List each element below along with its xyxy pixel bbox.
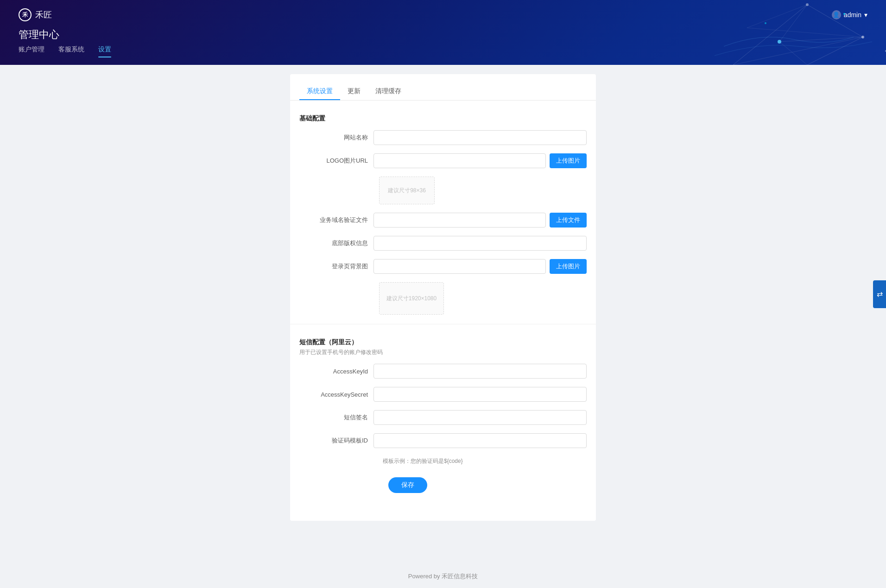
- footer: Powered by 禾匠信息科技: [0, 565, 886, 588]
- save-button-row: 保存: [290, 473, 596, 512]
- basic-config-title: 基础配置: [290, 110, 596, 130]
- label-logo-url: LOGO图片URL: [299, 157, 373, 165]
- nav-item-customer-service[interactable]: 客服系统: [58, 45, 84, 57]
- tab-clear-cache[interactable]: 清理缓存: [368, 83, 409, 100]
- right-widget[interactable]: ⇄: [873, 280, 886, 308]
- svg-line-8: [747, 28, 863, 37]
- form-row-verify-template: 验证码模板ID: [290, 433, 596, 448]
- logo-text: 禾匠: [35, 9, 52, 20]
- control-footer-copyright: [373, 236, 587, 251]
- label-site-name: 网站名称: [299, 133, 373, 142]
- form-row-footer-copyright: 底部版权信息: [290, 236, 596, 251]
- control-verify-template: [373, 433, 587, 448]
- svg-point-11: [861, 36, 864, 38]
- header: 禾 禾匠 👤 admin ▾ 管理中心 账户管理 客服系统 设置: [0, 0, 886, 65]
- nav-bar: 账户管理 客服系统 设置: [19, 42, 867, 57]
- control-access-key-secret: [373, 387, 587, 402]
- nav-item-settings[interactable]: 设置: [98, 45, 111, 57]
- input-access-key-id[interactable]: [373, 364, 587, 379]
- bg-image-placeholder: 建议尺寸1920×1080: [379, 282, 444, 315]
- input-access-key-secret[interactable]: [373, 387, 587, 402]
- bg-placeholder-text: 建议尺寸1920×1080: [386, 295, 437, 303]
- control-login-bg: 上传图片: [373, 259, 587, 274]
- logo-placeholder-text: 建议尺寸98×36: [388, 187, 426, 195]
- logo-icon: 禾: [19, 8, 32, 21]
- tab-update[interactable]: 更新: [340, 83, 368, 100]
- btn-upload-login-bg[interactable]: 上传图片: [550, 259, 587, 274]
- svg-point-13: [765, 22, 766, 24]
- right-widget-icon: ⇄: [877, 290, 883, 298]
- input-domain-verify[interactable]: [373, 213, 546, 228]
- footer-text: Powered by 禾匠信息科技: [408, 573, 478, 580]
- input-verify-template[interactable]: [373, 433, 587, 448]
- input-site-name[interactable]: [373, 130, 587, 145]
- control-access-key-id: [373, 364, 587, 379]
- form-row-sms-signature: 短信签名: [290, 410, 596, 425]
- input-footer-copyright[interactable]: [373, 236, 587, 251]
- svg-point-12: [843, 13, 845, 15]
- btn-upload-logo[interactable]: 上传图片: [550, 153, 587, 168]
- control-domain-verify: 上传文件: [373, 213, 587, 228]
- section-divider: [290, 324, 596, 324]
- input-sms-signature[interactable]: [373, 410, 587, 425]
- form-row-access-key-secret: AccessKeySecret: [290, 387, 596, 402]
- label-access-key-secret: AccessKeySecret: [299, 391, 373, 398]
- label-verify-template: 验证码模板ID: [299, 436, 373, 445]
- tabs: 系统设置 更新 清理缓存: [290, 83, 596, 101]
- svg-point-9: [806, 3, 809, 6]
- form-row-access-key-id: AccessKeyId: [290, 364, 596, 379]
- input-logo-url[interactable]: [373, 153, 546, 168]
- bg-image-preview-row: 建议尺寸1920×1080: [290, 282, 596, 315]
- main-panel: 系统设置 更新 清理缓存 基础配置 网站名称 LOGO图片URL 上传图片 建议…: [290, 74, 596, 521]
- template-hint-text: 模板示例：您的验证码是${code}: [379, 458, 463, 464]
- nav-item-accounts[interactable]: 账户管理: [19, 45, 44, 57]
- tab-system-settings[interactable]: 系统设置: [299, 83, 340, 100]
- label-access-key-id: AccessKeyId: [299, 368, 373, 375]
- content-area: 系统设置 更新 清理缓存 基础配置 网站名称 LOGO图片URL 上传图片 建议…: [0, 65, 886, 565]
- label-footer-copyright: 底部版权信息: [299, 239, 373, 247]
- form-row-login-bg: 登录页背景图 上传图片: [290, 259, 596, 274]
- sms-config-title: 短信配置（阿里云）: [290, 334, 596, 348]
- logo-image-placeholder: 建议尺寸98×36: [379, 177, 435, 204]
- save-button[interactable]: 保存: [388, 477, 427, 493]
- template-hint-row: 模板示例：您的验证码是${code}: [290, 456, 596, 465]
- svg-line-1: [807, 5, 863, 37]
- btn-upload-domain-verify[interactable]: 上传文件: [550, 213, 587, 228]
- svg-line-5: [779, 37, 863, 42]
- svg-line-7: [747, 5, 807, 28]
- form-row-domain-verify: 业务域名验证文件 上传文件: [290, 213, 596, 228]
- label-sms-signature: 短信签名: [299, 413, 373, 422]
- sms-config-desc: 用于已设置手机号的账户修改密码: [290, 348, 596, 364]
- control-logo-url: 上传图片: [373, 153, 587, 168]
- input-login-bg[interactable]: [373, 259, 546, 274]
- label-domain-verify: 业务域名验证文件: [299, 216, 373, 224]
- form-row-logo-url: LOGO图片URL 上传图片: [290, 153, 596, 168]
- label-login-bg: 登录页背景图: [299, 262, 373, 271]
- control-sms-signature: [373, 410, 587, 425]
- logo-area: 禾 禾匠: [19, 8, 52, 21]
- form-row-site-name: 网站名称: [290, 130, 596, 145]
- control-site-name: [373, 130, 587, 145]
- logo-image-preview-row: 建议尺寸98×36: [290, 177, 596, 204]
